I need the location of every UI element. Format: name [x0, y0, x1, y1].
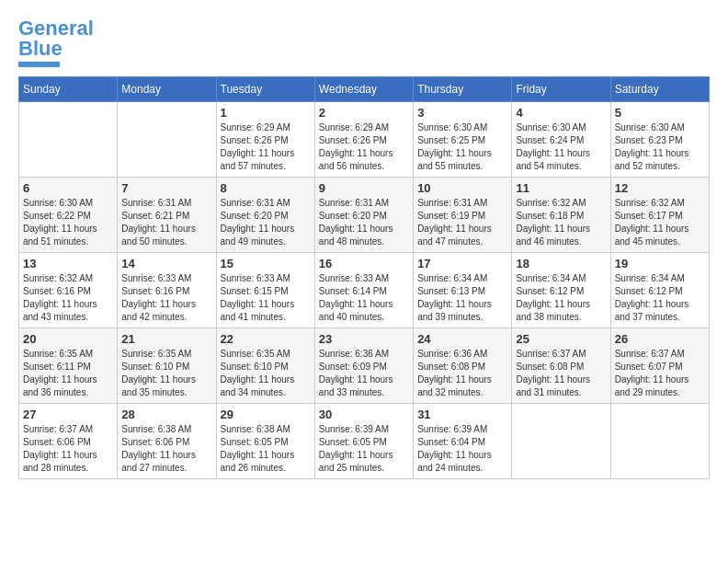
day-number: 20 [23, 332, 113, 346]
logo-text: General Blue [18, 18, 94, 59]
calendar-table: SundayMondayTuesdayWednesdayThursdayFrid… [18, 76, 710, 479]
day-info: Sunrise: 6:30 AM Sunset: 6:22 PM Dayligh… [23, 197, 113, 248]
calendar-cell: 29Sunrise: 6:38 AM Sunset: 6:05 PM Dayli… [216, 404, 314, 479]
day-number: 15 [221, 257, 311, 270]
day-number: 21 [121, 332, 211, 346]
calendar-cell: 26Sunrise: 6:37 AM Sunset: 6:07 PM Dayli… [610, 328, 709, 404]
calendar-cell: 14Sunrise: 6:33 AM Sunset: 6:16 PM Dayli… [118, 253, 216, 328]
calendar-cell: 1Sunrise: 6:29 AM Sunset: 6:26 PM Daylig… [216, 102, 314, 178]
day-header-friday: Friday [512, 77, 610, 102]
calendar-cell: 4Sunrise: 6:30 AM Sunset: 6:24 PM Daylig… [512, 102, 610, 178]
logo: General Blue [18, 18, 94, 67]
day-info: Sunrise: 6:39 AM Sunset: 6:04 PM Dayligh… [417, 423, 507, 475]
day-info: Sunrise: 6:33 AM Sunset: 6:16 PM Dayligh… [121, 272, 211, 324]
calendar-cell: 23Sunrise: 6:36 AM Sunset: 6:09 PM Dayli… [314, 328, 413, 404]
day-header-sunday: Sunday [19, 77, 118, 102]
day-number: 24 [417, 332, 507, 346]
calendar-cell: 12Sunrise: 6:32 AM Sunset: 6:17 PM Dayli… [610, 178, 709, 253]
day-info: Sunrise: 6:33 AM Sunset: 6:15 PM Dayligh… [221, 272, 311, 324]
calendar-cell: 21Sunrise: 6:35 AM Sunset: 6:10 PM Dayli… [118, 328, 216, 404]
calendar-cell: 28Sunrise: 6:38 AM Sunset: 6:06 PM Dayli… [118, 404, 216, 479]
calendar-cell: 15Sunrise: 6:33 AM Sunset: 6:15 PM Dayli… [216, 253, 314, 328]
calendar-cell: 27Sunrise: 6:37 AM Sunset: 6:06 PM Dayli… [19, 404, 118, 479]
calendar-cell: 20Sunrise: 6:35 AM Sunset: 6:11 PM Dayli… [19, 328, 118, 404]
calendar-cell [512, 404, 610, 479]
day-info: Sunrise: 6:37 AM Sunset: 6:08 PM Dayligh… [516, 348, 606, 399]
day-number: 2 [319, 106, 409, 120]
day-number: 8 [221, 181, 311, 195]
day-number: 28 [121, 408, 211, 421]
day-info: Sunrise: 6:35 AM Sunset: 6:10 PM Dayligh… [221, 348, 311, 399]
day-info: Sunrise: 6:32 AM Sunset: 6:16 PM Dayligh… [23, 272, 113, 324]
day-number: 3 [417, 106, 507, 120]
calendar-week-4: 20Sunrise: 6:35 AM Sunset: 6:11 PM Dayli… [19, 328, 710, 404]
day-number: 4 [516, 106, 606, 120]
day-header-tuesday: Tuesday [216, 77, 314, 102]
calendar-cell: 11Sunrise: 6:32 AM Sunset: 6:18 PM Dayli… [512, 178, 610, 253]
day-info: Sunrise: 6:31 AM Sunset: 6:19 PM Dayligh… [417, 197, 507, 248]
day-info: Sunrise: 6:30 AM Sunset: 6:23 PM Dayligh… [615, 121, 705, 173]
calendar-week-2: 6Sunrise: 6:30 AM Sunset: 6:22 PM Daylig… [19, 178, 710, 253]
day-info: Sunrise: 6:31 AM Sunset: 6:21 PM Dayligh… [121, 197, 211, 248]
logo-blue: Blue [18, 37, 63, 60]
day-number: 30 [319, 408, 409, 421]
calendar-cell: 10Sunrise: 6:31 AM Sunset: 6:19 PM Dayli… [414, 178, 512, 253]
day-header-wednesday: Wednesday [314, 77, 413, 102]
day-number: 31 [417, 408, 507, 421]
day-number: 12 [615, 181, 705, 195]
day-number: 27 [23, 408, 113, 421]
day-info: Sunrise: 6:29 AM Sunset: 6:26 PM Dayligh… [221, 121, 311, 173]
page-header: General Blue [18, 18, 710, 67]
day-info: Sunrise: 6:29 AM Sunset: 6:26 PM Dayligh… [319, 121, 409, 173]
day-number: 7 [121, 181, 211, 195]
day-header-thursday: Thursday [414, 77, 512, 102]
calendar-cell: 13Sunrise: 6:32 AM Sunset: 6:16 PM Dayli… [19, 253, 118, 328]
day-number: 10 [417, 181, 507, 195]
day-info: Sunrise: 6:37 AM Sunset: 6:06 PM Dayligh… [23, 423, 113, 475]
day-info: Sunrise: 6:36 AM Sunset: 6:09 PM Dayligh… [319, 348, 409, 399]
day-number: 14 [121, 257, 211, 270]
calendar-cell: 30Sunrise: 6:39 AM Sunset: 6:05 PM Dayli… [314, 404, 413, 479]
calendar-week-1: 1Sunrise: 6:29 AM Sunset: 6:26 PM Daylig… [19, 102, 710, 178]
calendar-cell: 16Sunrise: 6:33 AM Sunset: 6:14 PM Dayli… [314, 253, 413, 328]
calendar-cell [118, 102, 216, 178]
day-number: 5 [615, 106, 705, 120]
calendar-week-3: 13Sunrise: 6:32 AM Sunset: 6:16 PM Dayli… [19, 253, 710, 328]
day-info: Sunrise: 6:38 AM Sunset: 6:06 PM Dayligh… [121, 423, 211, 475]
day-info: Sunrise: 6:31 AM Sunset: 6:20 PM Dayligh… [221, 197, 311, 248]
day-info: Sunrise: 6:30 AM Sunset: 6:24 PM Dayligh… [516, 121, 606, 173]
day-number: 13 [23, 257, 113, 270]
calendar-cell: 3Sunrise: 6:30 AM Sunset: 6:25 PM Daylig… [414, 102, 512, 178]
day-info: Sunrise: 6:33 AM Sunset: 6:14 PM Dayligh… [319, 272, 409, 324]
calendar-cell [19, 102, 118, 178]
calendar-cell: 8Sunrise: 6:31 AM Sunset: 6:20 PM Daylig… [216, 178, 314, 253]
day-number: 19 [615, 257, 705, 270]
calendar-cell: 24Sunrise: 6:36 AM Sunset: 6:08 PM Dayli… [414, 328, 512, 404]
day-number: 26 [615, 332, 705, 346]
day-header-monday: Monday [118, 77, 216, 102]
day-info: Sunrise: 6:32 AM Sunset: 6:17 PM Dayligh… [615, 197, 705, 248]
day-info: Sunrise: 6:35 AM Sunset: 6:11 PM Dayligh… [23, 348, 113, 399]
day-number: 18 [516, 257, 606, 270]
calendar-header-row: SundayMondayTuesdayWednesdayThursdayFrid… [19, 77, 710, 102]
day-header-saturday: Saturday [610, 77, 709, 102]
day-info: Sunrise: 6:34 AM Sunset: 6:12 PM Dayligh… [516, 272, 606, 324]
day-info: Sunrise: 6:35 AM Sunset: 6:10 PM Dayligh… [121, 348, 211, 399]
calendar-cell: 5Sunrise: 6:30 AM Sunset: 6:23 PM Daylig… [610, 102, 709, 178]
day-info: Sunrise: 6:39 AM Sunset: 6:05 PM Dayligh… [319, 423, 409, 475]
calendar-cell: 9Sunrise: 6:31 AM Sunset: 6:20 PM Daylig… [314, 178, 413, 253]
day-info: Sunrise: 6:36 AM Sunset: 6:08 PM Dayligh… [417, 348, 507, 399]
day-number: 11 [516, 181, 606, 195]
calendar-cell: 25Sunrise: 6:37 AM Sunset: 6:08 PM Dayli… [512, 328, 610, 404]
day-number: 9 [319, 181, 409, 195]
day-number: 17 [417, 257, 507, 270]
calendar-cell [610, 404, 709, 479]
calendar-cell: 22Sunrise: 6:35 AM Sunset: 6:10 PM Dayli… [216, 328, 314, 404]
calendar-cell: 18Sunrise: 6:34 AM Sunset: 6:12 PM Dayli… [512, 253, 610, 328]
day-info: Sunrise: 6:34 AM Sunset: 6:13 PM Dayligh… [417, 272, 507, 324]
day-number: 16 [319, 257, 409, 270]
calendar-cell: 2Sunrise: 6:29 AM Sunset: 6:26 PM Daylig… [314, 102, 413, 178]
calendar-cell: 7Sunrise: 6:31 AM Sunset: 6:21 PM Daylig… [118, 178, 216, 253]
day-number: 1 [221, 106, 311, 120]
day-number: 25 [516, 332, 606, 346]
